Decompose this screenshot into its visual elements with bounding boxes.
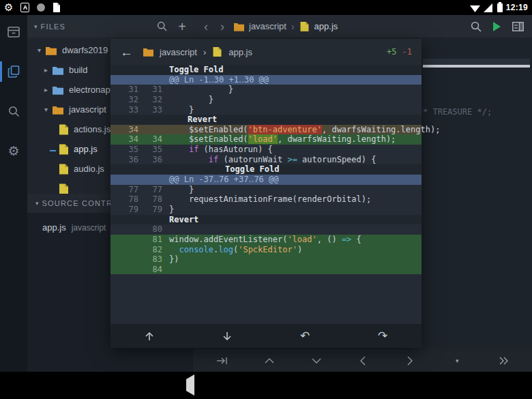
code-text: requestAnimationFrame(renderOrbital); (169, 194, 371, 205)
diff-hunk-header: @@ Ln -1‥30 +1‥30 @@ (110, 75, 422, 85)
nav-back-button[interactable] (186, 379, 194, 391)
chevron-down-key[interactable] (308, 352, 325, 370)
diff-line-added: 82 console.log('SpckEditor') (110, 245, 422, 255)
js-file-icon (59, 164, 68, 175)
diff-breadcrumb-file[interactable]: app.js (228, 47, 252, 57)
redo-icon[interactable]: ↷ (372, 327, 393, 345)
js-file-icon (299, 22, 310, 31)
files-panel-title: FILES (41, 23, 66, 31)
code-text: if (hasAutorun) { (169, 145, 273, 155)
double-chevron-right-key[interactable] (495, 352, 513, 370)
arrow-down-icon[interactable] (217, 327, 237, 345)
diff-action-label[interactable]: Revert (110, 215, 198, 225)
diff-line-context: 7878 requestAnimationFrame(renderOrbital… (110, 194, 422, 205)
rail-item-search[interactable] (0, 100, 27, 123)
old-line-number: 33 (110, 105, 138, 115)
diff-line-context: 3636 if (autorunWait >= autorunSpeed) { (110, 155, 422, 165)
rail-item-settings[interactable]: ⚙ (0, 139, 27, 162)
tab-key[interactable] (213, 352, 231, 370)
diff-line-context: 3535 if (hasAutorun) { (110, 145, 422, 155)
tree-item-label: javascript (69, 104, 106, 115)
gear-icon: ⚙ (8, 145, 19, 158)
a-badge-icon: A (20, 3, 29, 12)
js-file-icon (212, 47, 222, 57)
android-nav-bar (0, 372, 532, 399)
editor-toolbar: ‹ › javascript › app.js (193, 15, 532, 38)
js-file-icon (59, 124, 68, 135)
status-bar: ⚙ A 12:19 (0, 0, 532, 15)
new-line-number: 31 (138, 85, 162, 95)
status-bar-notifications: ⚙ A (4, 1, 60, 14)
undo-icon[interactable]: ↶ (295, 327, 315, 345)
new-line-number: 79 (138, 205, 162, 215)
diff-action-toggle-fold[interactable]: Toggle Fold (110, 65, 422, 75)
files-panel-header[interactable]: ▾ FILES + (27, 15, 193, 38)
tree-item-label: app.js (74, 144, 98, 154)
run-play-icon[interactable] (493, 22, 501, 31)
new-line-number: 36 (138, 155, 162, 165)
chevron-right-key[interactable] (401, 352, 419, 370)
old-line-number: 77 (110, 185, 138, 195)
activity-rail: ⚙ (0, 15, 27, 372)
new-line-number: 33 (138, 105, 162, 115)
rail-item-files[interactable] (0, 60, 27, 83)
nav-back-icon[interactable]: ‹ (201, 20, 211, 33)
old-line-number: 34 (110, 134, 138, 145)
diff-line-context: 7979} (110, 205, 422, 215)
diff-panel-header: ← javascript › app.js +5 -1 (110, 39, 422, 65)
folder-icon (53, 65, 63, 76)
diff-line-context: 3333 } (110, 105, 422, 115)
diff-action-toggle-fold[interactable]: Toggle Fold (110, 164, 422, 175)
diff-action-revert[interactable]: Revert (110, 115, 422, 125)
diff-line-removed: 34 $setEnabled('btn-adventure', dwarfsWa… (110, 125, 422, 135)
breadcrumb-file[interactable]: app.js (314, 21, 338, 31)
tree-item-label: build (69, 65, 87, 75)
code-text: console.log('SpckEditor') (169, 245, 302, 255)
caret-right-icon: ▸ (41, 86, 51, 93)
caret-down-key[interactable]: ▾ (448, 352, 466, 370)
chevron-up-key[interactable] (261, 352, 278, 370)
search-icon[interactable] (471, 21, 482, 32)
keyboard-accessory-bar: ▾ (193, 349, 532, 372)
back-arrow-icon[interactable]: ← (120, 46, 133, 59)
new-line-number: 78 (138, 194, 162, 205)
new-line-number: 82 (138, 245, 162, 255)
diff-panel-footer: ↶↷ (110, 324, 422, 348)
new-line-number: 80 (138, 224, 162, 235)
chevron-left-key[interactable] (354, 352, 372, 370)
changed-file-lang: javascript (72, 223, 106, 233)
panel-layout-icon[interactable] (512, 22, 524, 31)
diff-hunk-header: @@ Ln -37‥76 +37‥76 @@ (110, 175, 422, 185)
new-file-button[interactable]: + (178, 20, 186, 33)
diff-line-added: 81window.addEventListener('load', () => … (110, 235, 422, 245)
wifi-icon (470, 3, 480, 12)
diff-breadcrumb-folder[interactable]: javascript (160, 47, 197, 57)
tree-item-label: audio.js (74, 164, 104, 174)
diff-action-label[interactable]: Revert (110, 115, 217, 125)
diff-action-label[interactable]: Toggle Fold (110, 65, 223, 75)
search-icon[interactable] (157, 21, 167, 31)
diff-rows: Toggle Fold@@ Ln -1‥30 +1‥30 @@3131 }323… (110, 65, 422, 274)
tree-item-label: actions.js (74, 124, 110, 134)
circle-icon (37, 3, 45, 12)
old-line-number: 79 (110, 205, 138, 215)
nav-forward-icon[interactable]: › (218, 20, 227, 33)
arrow-up-icon[interactable] (139, 327, 160, 345)
modified-indicator (48, 145, 58, 153)
editor-comment-text: * TREASURE */; (423, 107, 492, 117)
editor-scroll-strip-highlight (423, 65, 530, 68)
changed-file-name: app.js (42, 222, 66, 233)
file-icon (53, 3, 60, 12)
diff-action-revert[interactable]: Revert (110, 215, 422, 225)
code-text: } (169, 85, 233, 95)
diff-action-label[interactable]: Toggle Fold (110, 164, 279, 175)
breadcrumb-folder[interactable]: javascript (249, 21, 286, 31)
status-time: 12:19 (506, 3, 528, 12)
folder-icon (46, 45, 57, 56)
js-file-icon (59, 144, 68, 155)
editor-scroll-strip (423, 59, 530, 65)
code-text: $setEnabled('btn-adventure', dwarfsWaiti… (169, 125, 440, 135)
hunk-range-text: @@ Ln -1‥30 +1‥30 @@ (110, 75, 269, 85)
rail-item-archive[interactable] (0, 20, 27, 44)
new-line-number: 35 (138, 145, 162, 155)
